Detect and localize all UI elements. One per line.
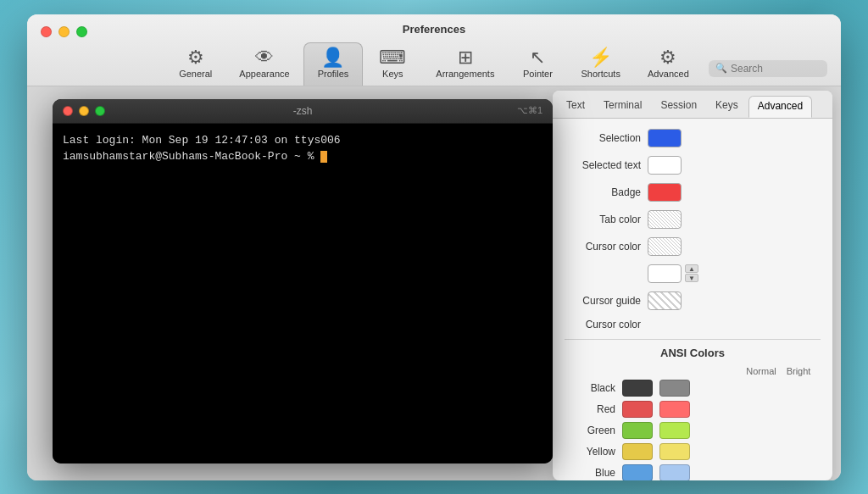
search-icon: 🔍 (715, 63, 727, 74)
keys-icon: ⌨ (379, 48, 406, 67)
tab-color-label: Tab color (565, 214, 641, 225)
divider (565, 339, 821, 340)
toolbar-item-keys[interactable]: ⌨ Keys (363, 43, 422, 86)
term-close-button[interactable] (63, 106, 73, 116)
color-row-badge: Badge (565, 183, 821, 202)
ansi-label-red: Red (565, 403, 615, 415)
ansi-row-yellow: Yellow (565, 443, 821, 460)
toolbar-label-appearance: Appearance (239, 69, 289, 79)
ansi-section: ANSI Colors Normal Bright Black Red (565, 347, 821, 480)
toolbar-label-keys: Keys (382, 69, 403, 79)
badge-label: Badge (565, 186, 641, 198)
toolbar-item-shortcuts[interactable]: ⚡ Shortcuts (567, 43, 633, 86)
shortcuts-icon: ⚡ (589, 48, 612, 67)
selection-label: Selection (565, 132, 641, 144)
toolbar-label-pointer: Pointer (523, 69, 553, 79)
term-maximize-button[interactable] (95, 106, 105, 116)
ansi-title: ANSI Colors (565, 347, 821, 359)
ansi-row-black: Black (565, 380, 821, 397)
terminal-body[interactable]: Last login: Mon Sep 19 12:47:03 on ttys0… (53, 124, 553, 463)
cursor-color-stepper-label: Cursor color (565, 319, 641, 330)
maximize-button[interactable] (76, 26, 87, 37)
toolbar-item-advanced[interactable]: ⚙ Advanced (634, 43, 703, 86)
terminal-line-1: Last login: Mon Sep 19 12:47:03 on ttys0… (63, 132, 542, 149)
tab-session[interactable]: Session (652, 96, 705, 118)
stepper-row-1: 0 ▲ ▼ (565, 264, 821, 283)
ansi-row-green: Green (565, 422, 821, 439)
color-row-selection: Selection (565, 129, 821, 147)
toolbar-label-profiles: Profiles (318, 69, 349, 79)
stepper-1-up[interactable]: ▲ (685, 264, 698, 273)
ansi-header: Normal Bright (565, 366, 821, 376)
stepper-1-input[interactable]: 0 (648, 264, 682, 283)
selected-text-swatch[interactable] (648, 156, 682, 175)
close-button[interactable] (41, 26, 52, 37)
toolbar-item-appearance[interactable]: 👁 Appearance (225, 43, 303, 86)
toolbar-item-profiles[interactable]: 👤 Profiles (303, 42, 364, 86)
ansi-swatch-black-bright[interactable] (659, 380, 690, 397)
prefs-panel: Text Terminal Session Keys Advanced (553, 91, 832, 480)
ansi-label-green: Green (565, 425, 615, 436)
toolbar-item-general[interactable]: ⚙ General (165, 43, 225, 86)
tab-advanced[interactable]: Advanced (748, 96, 812, 118)
ansi-swatch-green-bright[interactable] (659, 422, 690, 439)
ansi-swatch-green-normal[interactable] (622, 422, 653, 439)
window-controls (41, 26, 87, 37)
term-minimize-button[interactable] (79, 106, 89, 116)
toolbar-label-shortcuts: Shortcuts (581, 69, 620, 79)
cursor-guide-label: Cursor guide (565, 295, 641, 307)
ansi-swatch-yellow-bright[interactable] (659, 443, 690, 460)
ansi-swatch-blue-bright[interactable] (659, 464, 690, 480)
color-row-tab: Tab color (565, 210, 821, 229)
ansi-swatch-black-normal[interactable] (622, 380, 653, 397)
search-bar[interactable]: 🔍 (709, 60, 827, 77)
general-icon: ⚙ (187, 48, 204, 67)
ansi-header-bright: Bright (780, 366, 817, 376)
prefs-tabs: Text Terminal Session Keys Advanced (553, 91, 832, 119)
main-content: -zsh ⌥⌘1 Last login: Mon Sep 19 12:47:03… (27, 86, 841, 480)
ansi-label-black: Black (565, 382, 615, 394)
ansi-label-yellow: Yellow (565, 446, 615, 458)
color-row-selected-text: Selected text (565, 156, 821, 175)
preferences-window: Preferences ⚙ General 👁 Appearance 👤 Pro… (27, 14, 841, 480)
minimize-button[interactable] (58, 26, 70, 37)
color-row-cursor-color: Cursor color (565, 237, 821, 256)
toolbar-label-arrangements: Arrangements (436, 69, 494, 79)
terminal-titlebar: -zsh ⌥⌘1 (53, 99, 553, 124)
cursor-color-swatch[interactable] (648, 237, 682, 256)
toolbar-item-pointer[interactable]: ↖ Pointer (508, 43, 567, 86)
toolbar-item-arrangements[interactable]: ⊞ Arrangements (422, 43, 508, 86)
toolbar-label-advanced: Advanced (648, 69, 689, 79)
tab-terminal[interactable]: Terminal (595, 96, 650, 118)
cursor-color-stepper-row: Cursor color (565, 319, 821, 330)
stepper-1-down[interactable]: ▼ (685, 274, 698, 282)
ansi-swatch-yellow-normal[interactable] (622, 443, 653, 460)
selection-swatch[interactable] (648, 129, 682, 147)
search-input[interactable] (731, 63, 821, 75)
stepper-1-buttons: ▲ ▼ (685, 264, 698, 282)
terminal-shortcut: ⌥⌘1 (517, 105, 542, 116)
appearance-icon: 👁 (255, 48, 274, 67)
ansi-swatch-blue-normal[interactable] (622, 464, 653, 480)
profiles-icon: 👤 (321, 48, 344, 67)
color-row-cursor-guide: Cursor guide (565, 291, 821, 310)
terminal-line-2: iamsubhamstark@Subhams-MacBook-Pro ~ % (63, 148, 542, 165)
tab-keys[interactable]: Keys (707, 96, 747, 118)
ansi-header-normal: Normal (743, 366, 780, 376)
ansi-swatch-red-bright[interactable] (659, 401, 690, 418)
ansi-label-blue: Blue (565, 467, 615, 479)
number-stepper-1: 0 ▲ ▼ (648, 264, 698, 283)
advanced-toolbar-icon: ⚙ (659, 48, 676, 67)
terminal-title: -zsh (293, 105, 313, 117)
terminal-cursor (320, 151, 327, 163)
cursor-color-label: Cursor color (565, 241, 641, 253)
window-title: Preferences (403, 23, 465, 36)
cursor-guide-swatch[interactable] (648, 291, 682, 310)
badge-swatch[interactable] (648, 183, 682, 202)
tab-text[interactable]: Text (558, 96, 593, 118)
ansi-swatch-red-normal[interactable] (622, 401, 653, 418)
terminal-controls (63, 106, 105, 116)
title-bar: Preferences ⚙ General 👁 Appearance 👤 Pro… (27, 14, 841, 86)
terminal-window: -zsh ⌥⌘1 Last login: Mon Sep 19 12:47:03… (53, 99, 553, 463)
tab-color-swatch[interactable] (648, 210, 682, 229)
